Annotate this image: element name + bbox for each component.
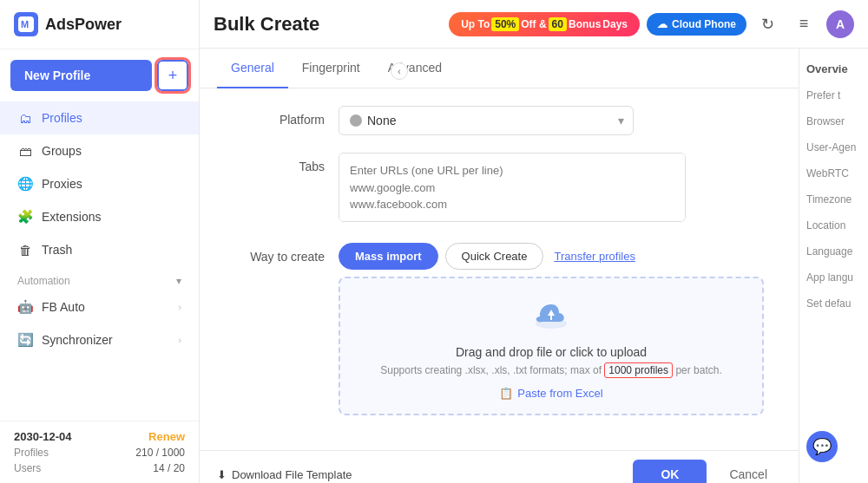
collapse-sidebar-button[interactable]: ‹ [391, 62, 408, 80]
fb-auto-icon: 🤖 [17, 299, 33, 315]
sidebar-nav: 🗂 Profiles 🗃 Groups 🌐 Proxies 🧩 Extensio… [0, 98, 199, 421]
groups-icon: 🗃 [17, 143, 33, 159]
promo-bonus: Bonus [569, 18, 601, 30]
promo-50: 50% [491, 17, 519, 31]
tabs-row: Tabs [220, 153, 778, 225]
sidebar-item-label: FB Auto [42, 300, 85, 314]
tab-general[interactable]: General [217, 49, 288, 88]
users-value: 14 / 20 [153, 462, 185, 474]
new-profile-button[interactable]: New Profile [10, 60, 152, 91]
way-to-create-label: Way to create [220, 243, 325, 264]
user-agent-item: User-Agen [806, 141, 861, 153]
list-icon: ≡ [799, 15, 809, 33]
support-button[interactable]: 💬 [806, 431, 838, 462]
promo-days: Days [602, 18, 628, 30]
svg-text:M: M [21, 19, 29, 29]
platform-row: Platform None [220, 106, 778, 135]
way-to-create-row: Way to create Mass import Quick Create T… [220, 243, 778, 415]
cancel-button[interactable]: Cancel [715, 460, 781, 483]
proxies-icon: 🌐 [17, 176, 33, 192]
new-profile-section: New Profile + [0, 49, 199, 98]
chevron-down-icon: ▾ [176, 275, 181, 287]
list-button[interactable]: ≡ [790, 10, 818, 38]
tabs-textarea[interactable] [339, 153, 686, 222]
form-tabs: General Fingerprint Advanced [200, 49, 799, 88]
sidebar-header: M AdsPower [0, 0, 199, 49]
platform-control: None [339, 106, 778, 135]
sidebar-footer: 2030-12-04 Renew Profiles 210 / 1000 Use… [0, 421, 199, 483]
browser-item: Browser [806, 115, 861, 127]
header-icons: ↻ ≡ A [753, 10, 854, 38]
prefer-item: Prefer t [806, 89, 861, 101]
sidebar-item-extensions[interactable]: 🧩 Extensions [0, 200, 199, 233]
trash-icon: 🗑 [17, 242, 33, 258]
promo-badge: Up To 50% Off & 60 Bonus Days [449, 12, 640, 36]
tabs-label: Tabs [220, 153, 325, 173]
sidebar-item-fb-auto[interactable]: 🤖 FB Auto › [0, 290, 199, 323]
footer-actions: OK Cancel [633, 460, 781, 483]
tab-fingerprint[interactable]: Fingerprint [288, 49, 374, 88]
page-title: Bulk Create [214, 13, 319, 36]
paste-icon: 📋 [499, 387, 513, 400]
sidebar-item-label: Profiles [42, 111, 82, 125]
upload-area[interactable]: Drag and drop file or click to upload Su… [339, 277, 764, 415]
sidebar-item-synchronizer[interactable]: 🔄 Synchronizer › [0, 323, 199, 356]
upload-subtitle: Supports creating .xlsx, .xls, .txt form… [380, 362, 722, 378]
refresh-icon: ↻ [761, 15, 774, 34]
platform-value: None [367, 114, 396, 127]
sidebar-item-proxies[interactable]: 🌐 Proxies [0, 167, 199, 200]
automation-label: Automation [17, 275, 70, 287]
quick-create-button[interactable]: Quick Create [445, 243, 544, 270]
platform-select[interactable]: None [339, 106, 634, 135]
sidebar-item-label: Extensions [42, 210, 101, 224]
mass-import-button[interactable]: Mass import [339, 243, 438, 270]
way-to-create-control: Mass import Quick Create Transfer profil… [339, 243, 778, 415]
app-language-item: App langu [806, 271, 861, 284]
platform-dot-icon [350, 114, 362, 127]
avatar-letter: A [836, 17, 845, 31]
automation-section: Automation ▾ [0, 266, 199, 290]
cloud-phone-label: Cloud Phone [672, 18, 736, 30]
footer-stats-users: Users 14 / 20 [14, 462, 185, 474]
renew-link[interactable]: Renew [148, 430, 185, 443]
dialog-area: General Fingerprint Advanced Platform [200, 49, 868, 483]
app-name: AdsPower [45, 16, 122, 34]
transfer-profiles-button[interactable]: Transfer profiles [550, 244, 638, 269]
header-promo: Up To 50% Off & 60 Bonus Days ☁ Cloud Ph… [449, 10, 854, 38]
avatar[interactable]: A [826, 10, 854, 38]
ok-button[interactable]: OK [633, 460, 707, 483]
main-content: ‹ Bulk Create Up To 50% Off & 60 Bonus D… [200, 0, 868, 483]
new-profile-icon-button[interactable]: + [157, 60, 188, 91]
set-default-item: Set defau [806, 297, 861, 310]
upload-subtitle-before: Supports creating .xlsx, .xls, .txt form… [380, 364, 604, 376]
paste-from-excel-button[interactable]: 📋 Paste from Excel [499, 387, 602, 400]
sidebar-item-label: Synchronizer [42, 333, 113, 347]
download-icon: ⬇ [217, 468, 227, 481]
download-template-button[interactable]: ⬇ Download File Template [217, 468, 352, 481]
right-panel: Overvie Prefer t Browser User-Agen WebRT… [799, 49, 868, 483]
way-to-create-buttons: Mass import Quick Create Transfer profil… [339, 243, 778, 270]
footer-date: 2030-12-04 Renew [14, 430, 185, 443]
profiles-label: Profiles [14, 447, 49, 459]
tab-advanced[interactable]: Advanced [374, 49, 456, 88]
overview-header: Overvie [806, 62, 861, 75]
sidebar-item-profiles[interactable]: 🗂 Profiles [0, 101, 199, 134]
logo-icon: M [14, 12, 38, 36]
profiles-icon: 🗂 [17, 110, 33, 126]
sidebar-item-trash[interactable]: 🗑 Trash [0, 233, 199, 266]
upload-cloud-icon [532, 299, 570, 338]
timezone-item: Timezone [806, 193, 861, 206]
sidebar-item-groups[interactable]: 🗃 Groups [0, 134, 199, 167]
refresh-button[interactable]: ↻ [753, 10, 781, 38]
cloud-icon: ☁ [657, 18, 667, 30]
footer-stats: Profiles 210 / 1000 [14, 447, 185, 459]
form-container: General Fingerprint Advanced Platform [200, 49, 799, 483]
upload-subtitle-after: per batch. [673, 364, 722, 376]
sidebar-item-label: Trash [42, 243, 72, 257]
plus-icon: + [168, 67, 178, 85]
sync-icon: 🔄 [17, 332, 33, 348]
arrow-right-icon: › [178, 335, 181, 345]
cloud-phone-badge[interactable]: ☁ Cloud Phone [647, 13, 746, 36]
form-body: Platform None Tabs [200, 88, 799, 450]
sidebar-item-label: Proxies [42, 177, 82, 191]
